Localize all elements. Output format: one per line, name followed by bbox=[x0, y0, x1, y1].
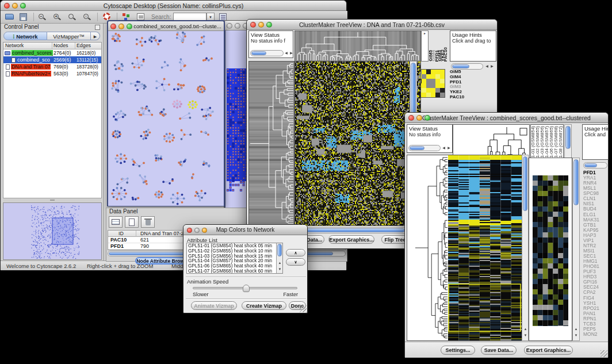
gene-label[interactable]: MON2 bbox=[583, 332, 609, 337]
zoom-in-icon[interactable]: + bbox=[53, 14, 59, 19]
network-overview-canvas[interactable] bbox=[3, 203, 101, 259]
scroll-right-icon[interactable]: ▶ bbox=[489, 64, 495, 70]
panel-splitter[interactable] bbox=[3, 199, 102, 202]
minimize-icon[interactable] bbox=[235, 23, 240, 29]
scroll-down-icon[interactable]: ▼ bbox=[277, 267, 282, 273]
heatmap-canvas[interactable] bbox=[295, 62, 420, 225]
scroll-down-icon[interactable]: ▼ bbox=[573, 333, 579, 339]
tv1-main-heatmap[interactable] bbox=[294, 61, 421, 226]
zoom-out-icon[interactable]: − bbox=[39, 14, 44, 19]
expand-icon[interactable]: ▸ bbox=[424, 32, 426, 35]
table-view-icon[interactable] bbox=[109, 216, 123, 228]
view-status-scrollbar[interactable] bbox=[408, 145, 441, 151]
scroll-up-icon[interactable]: ▲ bbox=[277, 260, 282, 266]
help-ring-icon[interactable] bbox=[103, 13, 110, 20]
delete-attribute-icon[interactable] bbox=[141, 216, 155, 228]
attribute-list[interactable]: GPL51-01 (GSM854) heat shock 05 minGPL51… bbox=[186, 243, 283, 274]
tv1-column-dendrogram[interactable] bbox=[294, 30, 421, 62]
move-up-button[interactable]: ∧ bbox=[286, 249, 305, 256]
view-status-scrollbar[interactable] bbox=[250, 50, 284, 56]
open-file-icon[interactable] bbox=[5, 14, 14, 20]
zoom-selected-icon[interactable] bbox=[68, 14, 74, 19]
move-down-button[interactable]: ∨ bbox=[286, 258, 305, 266]
scroll-right-icon[interactable]: ▶ bbox=[289, 51, 294, 56]
close-icon[interactable] bbox=[227, 23, 232, 29]
zoom-window-icon[interactable] bbox=[127, 24, 132, 29]
attribute-item[interactable]: GPL51-07 (GSM868) heat shock 60 min bbox=[188, 269, 282, 274]
save-data-button[interactable]: Save Data... bbox=[481, 346, 517, 355]
network-window-background[interactable] bbox=[224, 20, 249, 213]
zoom-window-icon[interactable] bbox=[202, 228, 207, 233]
network-graph-canvas[interactable] bbox=[108, 31, 224, 206]
slider-thumb[interactable] bbox=[243, 285, 250, 292]
zoom-window-icon[interactable] bbox=[20, 3, 26, 9]
minimize-icon[interactable] bbox=[258, 22, 264, 28]
mini-heatmap-canvas[interactable] bbox=[417, 70, 445, 97]
export-graphics-button[interactable]: Export Graphics... bbox=[524, 346, 573, 355]
treeview1-titlebar[interactable]: ClusterMaker TreeView : DNA and Tran 07-… bbox=[247, 20, 497, 30]
col-nodes[interactable]: Nodes bbox=[53, 43, 68, 48]
tv2-main-heatmap[interactable] bbox=[448, 155, 523, 341]
tv1-row-dendrogram[interactable] bbox=[248, 61, 294, 226]
row-tree-canvas[interactable] bbox=[407, 155, 449, 340]
network-table-header[interactable]: Network Nodes Edges bbox=[3, 43, 101, 49]
scroll-left-icon[interactable]: ◀ bbox=[441, 145, 446, 151]
tab-vizmapper[interactable]: VizMapper™ bbox=[47, 32, 91, 40]
row-label[interactable]: PAC10 bbox=[450, 95, 496, 100]
zoom-heatmap-canvas[interactable] bbox=[533, 175, 568, 326]
treeview2-titlebar[interactable]: ClusterMaker TreeView : combined_scores_… bbox=[405, 113, 608, 123]
scroll-left-icon[interactable]: ◀ bbox=[484, 64, 489, 70]
column-tree-canvas[interactable] bbox=[295, 31, 420, 61]
float-panel-icon[interactable] bbox=[95, 25, 100, 30]
close-icon[interactable] bbox=[110, 24, 116, 29]
new-attribute-icon[interactable] bbox=[125, 216, 139, 228]
resize-grip[interactable] bbox=[300, 305, 307, 312]
col-network[interactable]: Network bbox=[5, 43, 24, 48]
create-vizmap-button[interactable]: Create Vizmap bbox=[242, 301, 286, 310]
network-row[interactable]: RNAPuberNov2+563(0)107847(0) bbox=[3, 70, 101, 77]
tv1-export-graphics-button[interactable]: Export Graphics... bbox=[328, 235, 374, 244]
scroll-left-icon[interactable]: ◀ bbox=[284, 51, 289, 56]
tv2-zoom-vscroll[interactable]: ▲ ▼ bbox=[572, 158, 580, 341]
tv2-row-dendrogram[interactable] bbox=[407, 155, 449, 341]
close-icon[interactable] bbox=[250, 22, 256, 28]
close-icon[interactable] bbox=[408, 115, 414, 121]
vizmapper-icon[interactable] bbox=[123, 13, 125, 16]
scroll-down-icon[interactable]: ▼ bbox=[523, 333, 528, 339]
tab-overflow-icon[interactable]: ▶ bbox=[91, 32, 100, 40]
scroll-right-icon[interactable]: ▶ bbox=[446, 145, 452, 151]
dialog-titlebar[interactable]: Map Colors to Network bbox=[183, 225, 307, 235]
dense-network-canvas[interactable] bbox=[224, 30, 249, 212]
annotation-icon[interactable] bbox=[137, 13, 144, 20]
scroll-up-icon[interactable]: ▲ bbox=[523, 327, 528, 332]
zoom-fit-icon[interactable]: ▫ bbox=[83, 14, 89, 19]
minimize-icon[interactable] bbox=[12, 3, 18, 9]
tv2-hints-scrollbar[interactable] bbox=[583, 162, 607, 168]
save-icon[interactable] bbox=[20, 13, 27, 21]
tv2-heatmap-vscroll[interactable]: ▲ ▼ bbox=[522, 155, 529, 341]
heatmap-canvas[interactable] bbox=[448, 155, 522, 340]
attribute-list-vscroll[interactable]: ▲ ▼ bbox=[276, 243, 282, 273]
network-overview[interactable] bbox=[3, 202, 102, 260]
network-row[interactable]: DNA and Tran 07769(0)183728(0) bbox=[3, 63, 101, 70]
column-label[interactable]: PAC10 bbox=[444, 47, 447, 62]
tv1-hints-scrollbar[interactable] bbox=[451, 63, 483, 70]
minimize-icon[interactable] bbox=[194, 228, 200, 233]
resize-grip[interactable] bbox=[600, 350, 607, 357]
animate-vizmap-button[interactable]: Animate Vizmap bbox=[191, 301, 237, 310]
tv2-zoom-heatmap[interactable] bbox=[529, 158, 572, 341]
network-row[interactable]: combined_scores_2764(0)16218(0) bbox=[3, 49, 101, 56]
animation-speed-slider[interactable] bbox=[193, 287, 297, 289]
network-view-titlebar[interactable]: combined_scores_good.txt--cluste... bbox=[108, 21, 224, 31]
settings-button[interactable]: Settings... bbox=[441, 346, 475, 355]
tab-network[interactable]: ⁞ Network bbox=[3, 32, 47, 40]
minimize-icon[interactable] bbox=[416, 115, 422, 121]
zoom-window-icon[interactable] bbox=[266, 22, 272, 28]
close-icon[interactable] bbox=[187, 228, 192, 233]
col-edges[interactable]: Edges bbox=[76, 43, 91, 48]
row-tree-canvas[interactable] bbox=[249, 62, 294, 225]
scroll-up-icon[interactable]: ▲ bbox=[573, 327, 579, 332]
zoom-window-icon[interactable] bbox=[424, 115, 430, 121]
close-icon[interactable] bbox=[4, 3, 10, 9]
network-row[interactable]: combined_sco2569(6)13112(15) bbox=[3, 56, 101, 63]
